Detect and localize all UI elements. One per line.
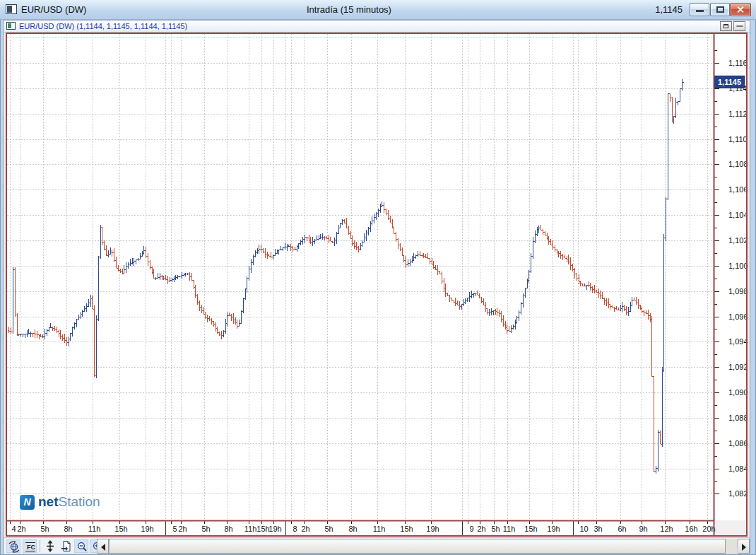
time-axis-label: 11h xyxy=(373,525,386,533)
time-axis-label: 15h xyxy=(256,525,269,533)
restore-button[interactable] xyxy=(720,21,732,31)
time-axis-label: 5h xyxy=(491,525,500,533)
price-axis-label: 1,096 xyxy=(728,312,748,321)
time-axis-label: 19h xyxy=(268,525,281,533)
time-axis-label: 2h xyxy=(17,525,25,533)
indicator-settings-button[interactable]: FC xyxy=(23,539,37,553)
price-axis-label: 1,116 xyxy=(728,59,748,67)
time-axis-label: 8h xyxy=(224,525,232,533)
price-axis-label: 1,082 xyxy=(728,489,748,498)
zoom-out-button[interactable] xyxy=(74,539,88,553)
arrow-right-icon xyxy=(742,544,746,551)
plot-background xyxy=(7,34,714,520)
time-axis-label: 8h xyxy=(348,525,357,533)
price-axis-label: 1,102 xyxy=(728,236,748,245)
time-axis-label: 15h xyxy=(400,525,413,533)
time-axis-label: 9h xyxy=(639,525,647,533)
scroll-right-button[interactable] xyxy=(738,539,750,554)
price-axis-label: 1,108 xyxy=(728,160,748,168)
window-titlebar[interactable]: EUR/USD (DW) Intradía (15 minutos) 1,114… xyxy=(0,0,756,20)
toolbar-separator xyxy=(40,540,40,552)
chart-toolbar: FC xyxy=(4,537,750,554)
time-axis-day-label: 5 xyxy=(173,525,177,533)
horizontal-scrollbar[interactable] xyxy=(97,539,750,554)
price-axis-background xyxy=(715,34,746,520)
svg-text:FC: FC xyxy=(27,544,35,551)
price-chart[interactable]: 1,1161,1141,1121,1101,1081,1061,1041,102… xyxy=(5,33,748,537)
maximize-icon xyxy=(716,6,724,13)
time-axis-label: 11h xyxy=(244,525,257,533)
time-axis-background xyxy=(7,521,714,535)
price-axis-label: 1,092 xyxy=(728,363,748,371)
chart-icon xyxy=(6,22,16,30)
price-axis-label: 1,098 xyxy=(728,287,748,296)
price-axis-label: 1,090 xyxy=(728,388,748,397)
window-subtitle: Intradía (15 minutos) xyxy=(307,4,391,15)
time-axis-day-label: 4 xyxy=(12,525,16,533)
current-price-label: 1,1145 xyxy=(718,78,741,86)
price-axis-label: 1,084 xyxy=(728,465,748,473)
zoom-reset-button[interactable] xyxy=(59,539,73,553)
time-axis-label: 2h xyxy=(477,525,485,533)
chart-close-button[interactable] xyxy=(733,21,745,31)
price-axis-label: 1,088 xyxy=(728,414,748,422)
time-axis-label: 2h xyxy=(178,525,187,533)
time-axis-label: 2h xyxy=(301,525,309,533)
fit-vertical-button[interactable] xyxy=(43,539,57,553)
time-axis-label: 16h xyxy=(685,525,697,533)
time-axis-day-label: 10 xyxy=(580,525,589,533)
fit-vertical-icon xyxy=(44,540,57,552)
minimize-icon xyxy=(696,10,704,12)
chart-window: EUR/USD (DW) (1,1144, 1,1145, 1,1144, 1,… xyxy=(3,20,750,554)
refresh-globe-icon xyxy=(8,541,20,553)
scroll-left-button[interactable] xyxy=(97,539,109,554)
time-axis-label: 19h xyxy=(547,525,560,533)
time-axis-label: 19h xyxy=(141,525,153,533)
scrollbar-thumb[interactable] xyxy=(109,539,726,554)
maximize-button[interactable] xyxy=(710,3,730,16)
window-icon xyxy=(6,4,17,14)
time-axis-label: 11h xyxy=(503,525,516,533)
zoom-out-icon xyxy=(76,541,88,553)
fc-indicator-icon: FC xyxy=(24,541,37,553)
time-axis-label: 6h xyxy=(618,525,626,533)
time-axis-label: 15h xyxy=(524,525,537,533)
window-title: EUR/USD (DW) xyxy=(21,4,86,15)
logo-text-bold: net xyxy=(38,494,59,510)
close-button[interactable] xyxy=(730,3,751,16)
netstation-logo: N netStation xyxy=(20,494,100,510)
time-axis-label: 12h xyxy=(660,525,673,533)
time-axis-day-label: 8 xyxy=(293,525,297,533)
price-axis-label: 1,086 xyxy=(728,439,748,448)
time-axis-label: 19h xyxy=(426,525,439,533)
netstation-window: { "window": { "title": "EUR/USD (DW)", "… xyxy=(0,0,756,555)
time-axis-label: 5h xyxy=(201,525,210,533)
price-axis-label: 1,100 xyxy=(728,262,748,270)
time-axis-label: 5h xyxy=(40,525,49,533)
arrow-left-icon xyxy=(101,544,105,551)
time-axis-day-label: 9 xyxy=(470,525,474,533)
time-axis-label: 15h xyxy=(114,525,127,533)
refresh-button[interactable] xyxy=(6,539,20,553)
price-axis-label: 1,112 xyxy=(728,110,748,118)
close-icon xyxy=(737,6,745,13)
titlebar-last-price: 1,1145 xyxy=(655,4,683,15)
price-axis-label: 1,110 xyxy=(728,135,748,144)
price-axis-label: 1,094 xyxy=(728,337,748,346)
time-axis-label: 11h xyxy=(88,525,101,533)
netstation-logo-icon: N xyxy=(20,495,35,510)
chart-window-caption[interactable]: EUR/USD (DW) (1,1144, 1,1145, 1,1144, 1,… xyxy=(4,21,750,33)
logo-text-light: Station xyxy=(59,494,100,510)
restore-icon xyxy=(723,24,728,28)
chart-caption-text: EUR/USD (DW) (1,1144, 1,1145, 1,1144, 1,… xyxy=(19,22,187,30)
page-zoom-icon xyxy=(60,540,73,552)
time-axis-label: 3h xyxy=(593,525,602,533)
minimize-button[interactable] xyxy=(690,3,709,16)
time-axis-label: 8h xyxy=(64,525,72,533)
time-axis-label: 5h xyxy=(324,525,333,533)
price-axis-label: 1,106 xyxy=(728,185,748,194)
price-axis-label: 1,104 xyxy=(728,211,748,219)
close-icon xyxy=(736,23,743,30)
